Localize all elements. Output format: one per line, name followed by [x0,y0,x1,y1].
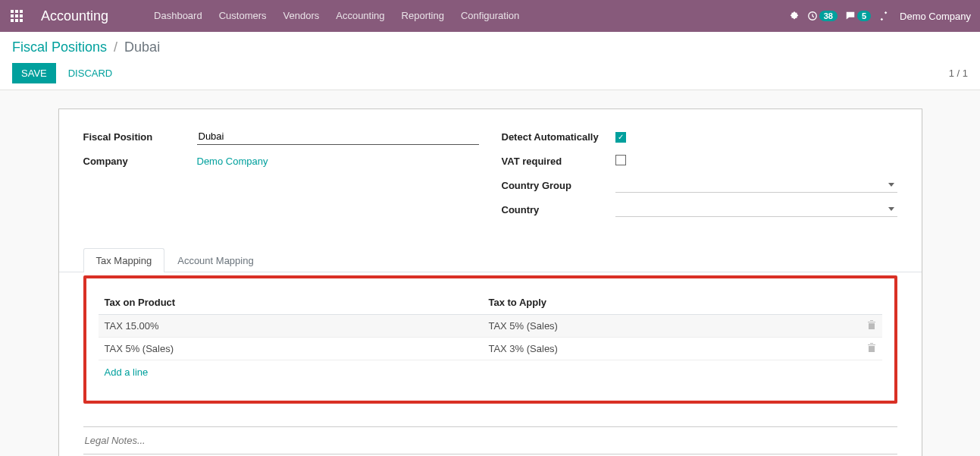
svg-rect-5 [20,14,23,17]
breadcrumb-parent[interactable]: Fiscal Positions [12,39,107,55]
tab-tax-mapping[interactable]: Tax Mapping [83,248,165,272]
trash-icon[interactable] [867,321,876,332]
detect-auto-label: Detect Automatically [502,131,615,143]
cell-tax-apply[interactable]: TAX 5% (Sales) [482,315,859,338]
country-select[interactable] [615,202,897,217]
form-right-column: Detect Automatically VAT required Countr… [502,127,897,225]
discard-button[interactable]: DISCARD [59,63,122,83]
breadcrumb-separator: / [114,39,117,55]
topbar-right: 38 5 Demo Company [789,11,974,22]
trash-icon[interactable] [867,344,876,355]
main: Fiscal Position Company Demo Company Det… [0,90,980,456]
tab-account-mapping[interactable]: Account Mapping [164,248,266,272]
svg-rect-4 [15,14,18,17]
vat-required-label: VAT required [502,156,615,167]
fiscal-position-input[interactable] [197,128,479,145]
pager[interactable]: 1 / 1 [949,68,968,79]
detect-auto-checkbox[interactable] [615,132,626,143]
debug-tools-icon[interactable] [878,11,889,21]
legal-notes-input[interactable] [83,426,897,454]
breadcrumb-current: Dubai [124,39,160,55]
col-tax-to-apply: Tax to Apply [482,291,859,315]
menu-configuration[interactable]: Configuration [453,6,527,26]
activities-badge: 38 [819,11,838,21]
fiscal-position-label: Fiscal Position [83,131,197,143]
company-link[interactable]: Demo Company [197,156,268,167]
svg-rect-3 [11,14,14,17]
svg-rect-7 [15,19,18,22]
menu-accounting[interactable]: Accounting [328,6,392,26]
country-group-select[interactable] [615,178,897,193]
form-top: Fiscal Position Company Demo Company Det… [59,127,922,225]
messages-badge: 5 [857,11,871,21]
vat-required-checkbox[interactable] [615,155,626,165]
country-label: Country [502,204,615,215]
main-menu: Dashboard Customers Vendors Accounting R… [146,6,527,26]
bug-icon[interactable] [789,11,800,21]
breadcrumb: Fiscal Positions / Dubai [12,39,968,55]
cell-tax-product[interactable]: TAX 15.00% [99,315,483,338]
menu-customers[interactable]: Customers [211,6,274,26]
table-row[interactable]: TAX 15.00% TAX 5% (Sales) [99,315,882,338]
tabs: Tax Mapping Account Mapping [59,247,922,272]
svg-rect-1 [15,10,18,13]
add-line-link[interactable]: Add a line [99,360,155,378]
table-row[interactable]: TAX 5% (Sales) TAX 3% (Sales) [99,338,882,360]
svg-rect-0 [11,10,14,13]
control-panel: Fiscal Positions / Dubai SAVE DISCARD 1 … [0,32,980,90]
form-sheet: Fiscal Position Company Demo Company Det… [58,108,922,456]
menu-vendors[interactable]: Vendors [276,6,327,26]
col-delete [859,291,882,315]
country-group-label: Country Group [502,180,615,191]
col-tax-on-product: Tax on Product [99,291,483,315]
company-label: Company [83,156,197,167]
tax-mapping-panel: Tax on Product Tax to Apply TAX 15.00% T… [83,275,897,404]
app-title[interactable]: Accounting [41,8,108,24]
svg-rect-6 [11,19,14,22]
save-button[interactable]: SAVE [12,63,56,83]
activities-icon[interactable]: 38 [807,11,838,21]
topbar: Accounting Dashboard Customers Vendors A… [0,0,980,32]
svg-rect-8 [20,19,23,22]
legal-notes-wrap [59,426,922,454]
form-left-column: Fiscal Position Company Demo Company [83,127,479,225]
messages-icon[interactable]: 5 [845,11,871,21]
tax-mapping-table: Tax on Product Tax to Apply TAX 15.00% T… [99,291,882,360]
cell-tax-apply[interactable]: TAX 3% (Sales) [482,338,859,360]
company-selector[interactable]: Demo Company [897,11,974,22]
menu-reporting[interactable]: Reporting [394,6,452,26]
svg-rect-2 [20,10,23,13]
menu-dashboard[interactable]: Dashboard [146,6,210,26]
cell-tax-product[interactable]: TAX 5% (Sales) [99,338,483,360]
apps-icon[interactable] [6,5,27,27]
